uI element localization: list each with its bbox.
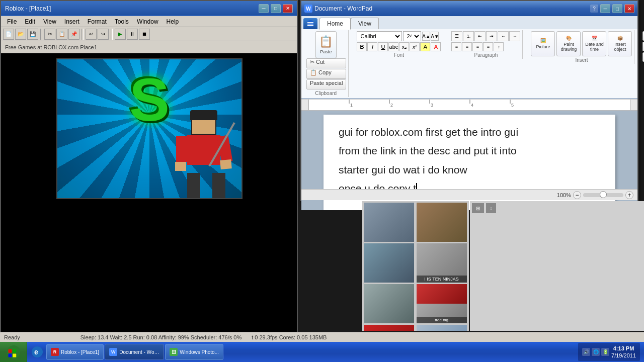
paste-special-button[interactable]: Paste special (306, 79, 346, 89)
minimize-button[interactable]: ─ (259, 4, 269, 13)
menu-file[interactable]: File (3, 17, 21, 26)
tb-redo[interactable]: ↪ (98, 29, 109, 40)
paint-drawing-button[interactable]: 🎨 Paintdrawing (556, 31, 581, 56)
menu-window[interactable]: Window (133, 17, 163, 26)
wordpad-ribbon: Home View 📋 Paste ✂ Cut 📋 Copy Pa (301, 16, 637, 100)
strikethrough-button[interactable]: abc (388, 42, 398, 51)
superscript-button[interactable]: x² (410, 42, 420, 51)
clipboard-content: 📋 Paste ✂ Cut 📋 Copy Paste special (305, 31, 346, 89)
wordpad-minimize-button[interactable]: ─ (600, 4, 610, 13)
align-right-button[interactable]: ≡ (472, 42, 482, 51)
menu-view[interactable]: View (39, 17, 60, 26)
menu-edit[interactable]: Edit (21, 17, 39, 26)
wordpad-orb-button[interactable] (303, 18, 317, 29)
thumbnail-8[interactable] (417, 325, 467, 331)
svg-text:2: 2 (390, 103, 393, 108)
thumbnail-5[interactable] (364, 284, 414, 323)
tb-pause[interactable]: ⏸ (127, 29, 138, 40)
ltr-button[interactable]: ← (498, 31, 509, 41)
italic-button[interactable]: I (367, 42, 377, 51)
wordpad-maximize-button[interactable]: □ (612, 4, 622, 13)
wordpad-ribbon-tabs: Home View (301, 16, 637, 29)
zoom-out-button[interactable]: − (573, 191, 581, 199)
thumbnail-7[interactable]: Roblox Play (364, 325, 414, 331)
underline-button[interactable]: U (378, 42, 388, 51)
wordpad-window: W Document - WordPad ? ─ □ ✕ Home View (300, 0, 638, 201)
tb-play[interactable]: ▶ (115, 29, 126, 40)
font-size-select[interactable]: 24 (403, 31, 421, 41)
align-left-button[interactable]: ≡ (451, 42, 461, 51)
roblox-menubar: File Edit View Insert Format Tools Windo… (1, 16, 297, 27)
doc-line-3: starter gui do wat i do know (339, 162, 600, 177)
sort-icon: ⊞ (472, 203, 484, 213)
svg-text:5: 5 (511, 103, 514, 108)
tb-stop[interactable]: ⏹ (139, 29, 150, 40)
wordpad-ribbon-content: 📋 Paste ✂ Cut 📋 Copy Paste special Clipb… (301, 29, 637, 99)
copy-button[interactable]: 📋 Copy (306, 69, 346, 79)
roblox-taskbar-label: Roblox - [Place1] (61, 349, 99, 355)
font-color-button[interactable]: A (431, 42, 441, 51)
menu-insert[interactable]: Insert (60, 17, 84, 26)
num-list-button[interactable]: 1. (463, 31, 474, 41)
empty-panel-header: ⊞ ↕ (470, 201, 644, 215)
taskbar-wordpad[interactable]: W Document - WordPad (105, 344, 164, 360)
tab-view[interactable]: View (351, 18, 379, 29)
insert-label: Insert (575, 56, 588, 63)
menu-format[interactable]: Format (84, 17, 111, 26)
ribbon-group-insert: 🖼️ Picture 🎨 Paintdrawing 📅 Date andtime… (529, 30, 634, 64)
picture-label: Picture (536, 44, 550, 49)
date-time-button[interactable]: 📅 Date andtime (582, 31, 606, 56)
thumbnail-1[interactable] (364, 203, 414, 242)
zoom-in-button[interactable]: + (625, 191, 633, 199)
tb-paste[interactable]: 📌 (68, 29, 79, 40)
picture-button[interactable]: 🖼️ Picture (531, 31, 555, 56)
thumbnail-3[interactable] (364, 243, 414, 283)
roblox-toolbar: 📄 📂 💾 ✂ 📋 📌 ↩ ↪ ▶ ⏸ ⏹ (1, 27, 297, 41)
line-spacing-button[interactable]: ↕ (494, 42, 504, 51)
menu-tools[interactable]: Tools (111, 17, 133, 26)
ie-icon[interactable]: e (29, 344, 45, 360)
s-logo: S (129, 69, 170, 130)
grow-font-button[interactable]: A▲ (422, 32, 430, 41)
bold-button[interactable]: B (357, 42, 367, 51)
thumbnail-4[interactable]: I IS TEN NINJAS (417, 243, 467, 283)
wordpad-close-button[interactable]: ✕ (624, 4, 634, 13)
paste-label: Paste (320, 49, 332, 54)
cut-button[interactable]: ✂ Cut (306, 58, 346, 68)
align-justify-button[interactable]: ≡ (483, 42, 493, 51)
paint-icon: 🎨 (566, 36, 572, 41)
thumbnail-2[interactable] (417, 203, 467, 242)
maximize-button[interactable]: □ (271, 4, 281, 13)
taskbar-roblox[interactable]: R Roblox - [Place1] (46, 344, 104, 360)
menu-help[interactable]: Help (163, 17, 183, 26)
highlight-button[interactable]: A (420, 42, 430, 51)
format-row-1: B I U abc x₂ x² A A (357, 42, 441, 51)
zoom-slider[interactable] (583, 193, 623, 197)
shrink-font-button[interactable]: A▼ (431, 32, 439, 41)
clock-date: 7/19/2011 (611, 352, 636, 359)
tb-cut[interactable]: ✂ (44, 29, 55, 40)
tb-undo[interactable]: ↩ (86, 29, 97, 40)
font-name-select[interactable]: Calibri (357, 31, 402, 41)
svg-text:4: 4 (471, 103, 473, 108)
insert-object-button[interactable]: 📦 Insertobject (608, 31, 632, 56)
subscript-button[interactable]: x₂ (399, 42, 409, 51)
tb-save[interactable]: 💾 (27, 29, 38, 40)
tb-new[interactable]: 📄 (3, 29, 14, 40)
wordpad-help-icon[interactable]: ? (590, 5, 598, 13)
start-button[interactable] (0, 342, 27, 362)
roblox-taskbar-icon: R (51, 348, 59, 356)
increase-indent-button[interactable]: ⇥ (486, 31, 497, 41)
decrease-indent-button[interactable]: ⇤ (474, 31, 486, 41)
rtl-button[interactable]: → (509, 31, 520, 41)
paste-button[interactable]: 📋 Paste (315, 31, 337, 58)
align-center-button[interactable]: ≡ (462, 42, 472, 51)
tb-open[interactable]: 📂 (15, 29, 26, 40)
taskbar-photos[interactable]: 🖼 Windows Photo... (165, 344, 223, 360)
tb-copy[interactable]: 📋 (56, 29, 67, 40)
close-button[interactable]: ✕ (283, 4, 293, 13)
bullet-list-button[interactable]: ☰ (451, 31, 462, 41)
thumbnail-6[interactable]: free big (417, 284, 467, 323)
tab-home[interactable]: Home (319, 18, 351, 30)
ribbon-group-editing: 🔍 Find ⇄ Replace ⊡ Select all Editin (640, 30, 644, 69)
